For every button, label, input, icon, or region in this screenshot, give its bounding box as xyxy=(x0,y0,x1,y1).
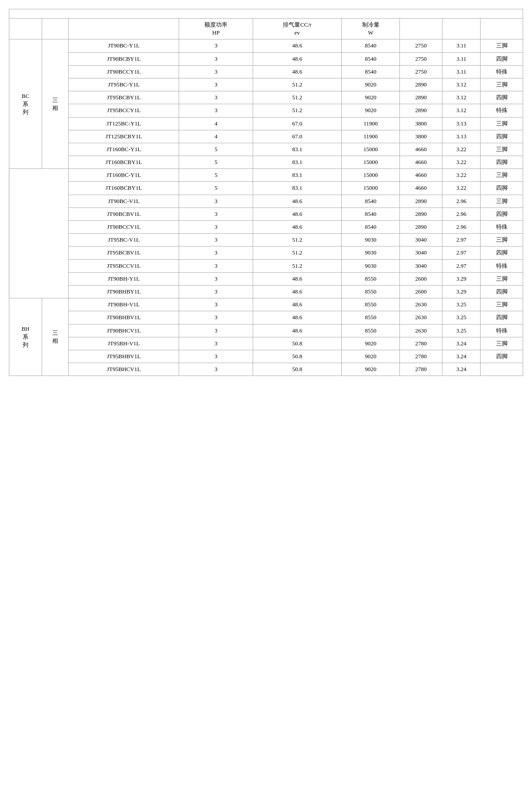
cell-hp: 3 xyxy=(179,52,253,65)
cell-model: JT95BC-V1L xyxy=(68,234,179,246)
cell-foot: 三脚 xyxy=(481,195,523,207)
cell-cooling: 8550 xyxy=(342,311,400,324)
cell-cooling: 9030 xyxy=(342,259,400,272)
cell-foot: 四脚 xyxy=(481,91,523,104)
cell-foot: 三脚 xyxy=(481,272,523,285)
empty-series xyxy=(9,259,69,272)
cell-cooling: 15000 xyxy=(342,156,400,169)
cell-cop: 3.22 xyxy=(442,156,481,169)
cell-cop: 3.24 xyxy=(442,337,481,350)
header-cooling: 制冷量W xyxy=(342,19,400,39)
cell-foot: 四脚 xyxy=(481,52,523,65)
table-row: JT90BCCV1L348.6854028902.96特殊 xyxy=(9,221,523,234)
cell-cop: 3.22 xyxy=(442,143,481,156)
cell-foot: 三脚 xyxy=(481,337,523,350)
cell-hp: 3 xyxy=(179,195,253,207)
cell-exhaust: 51.2 xyxy=(253,78,341,91)
cell-cooling: 8540 xyxy=(342,221,400,234)
cell-hp: 5 xyxy=(179,182,253,195)
table-row: JT90BHCV1L348.6855026303.25特殊 xyxy=(9,324,523,337)
cell-input: 2780 xyxy=(400,363,442,376)
cell-model: JT90BCCV1L xyxy=(68,221,179,234)
table-row: JT90BC-V1L348.6854028902.96三脚 xyxy=(9,195,523,207)
table-row: JT90BHBY1L348.6855026003.29四脚 xyxy=(9,285,523,298)
cell-model: JT160BCBY1L xyxy=(68,156,179,169)
cell-foot: 四脚 xyxy=(481,182,523,195)
cell-exhaust: 48.6 xyxy=(253,39,341,52)
bh-power-label: 三相 xyxy=(42,298,68,376)
cell-cooling: 11900 xyxy=(342,130,400,143)
table-row: JT160BCBY1L583.11500046603.22四脚 xyxy=(9,182,523,195)
cell-hp: 3 xyxy=(179,246,253,259)
table-row: JT95BCBY1L351.2902028903.12四脚 xyxy=(9,91,523,104)
cell-input: 2890 xyxy=(400,195,442,207)
cell-hp: 3 xyxy=(179,91,253,104)
table-title xyxy=(9,9,523,19)
bc-power-label: 三相 xyxy=(42,39,68,169)
cell-input: 2750 xyxy=(400,65,442,78)
cell-model: JT90BCCY1L xyxy=(68,65,179,78)
cell-foot: 三脚 xyxy=(481,143,523,156)
cell-cop: 3.12 xyxy=(442,104,481,117)
cell-exhaust: 50.8 xyxy=(253,337,341,350)
cell-exhaust: 51.2 xyxy=(253,259,341,272)
cell-cop: 3.29 xyxy=(442,285,481,298)
cell-input: 2780 xyxy=(400,337,442,350)
header-input-w xyxy=(400,19,442,39)
table-row: JT95BCCY1L351.2902028903.12特殊 xyxy=(9,104,523,117)
cell-cop: 2.96 xyxy=(442,207,481,220)
cell-model: JT90BHBY1L xyxy=(68,285,179,298)
table-row: BC系列三相JT90BC-Y1L348.6854027503.11三脚 xyxy=(9,39,523,52)
cell-model: JT160BCBY1L xyxy=(68,182,179,195)
cell-cop: 3.29 xyxy=(442,272,481,285)
cell-exhaust: 83.1 xyxy=(253,169,341,182)
header-foot xyxy=(481,19,523,39)
cell-cop: 2.97 xyxy=(442,234,481,246)
cell-model: JT90BCBV1L xyxy=(68,207,179,220)
bc-series-label: BC系列 xyxy=(9,39,42,169)
cell-exhaust: 83.1 xyxy=(253,143,341,156)
cell-input: 2890 xyxy=(400,207,442,220)
cell-foot: 三脚 xyxy=(481,298,523,311)
cell-exhaust: 51.2 xyxy=(253,246,341,259)
cell-model: JT90BC-Y1L xyxy=(68,39,179,52)
cell-hp: 3 xyxy=(179,311,253,324)
table-row: JT160BC-Y1L583.11500046603.22三脚 xyxy=(9,143,523,156)
cell-cop: 3.22 xyxy=(442,182,481,195)
cell-input: 3800 xyxy=(400,117,442,130)
cell-exhaust: 48.6 xyxy=(253,65,341,78)
cell-foot: 四脚 xyxy=(481,246,523,259)
cell-hp: 5 xyxy=(179,156,253,169)
cell-hp: 3 xyxy=(179,298,253,311)
cell-model: JT95BHBV1L xyxy=(68,350,179,363)
cell-exhaust: 83.1 xyxy=(253,182,341,195)
table-row: JT95BHCV1L350.8902027803.24 xyxy=(9,363,523,376)
empty-series xyxy=(9,169,69,182)
cell-cooling: 9030 xyxy=(342,246,400,259)
cell-model: JT95BCCV1L xyxy=(68,259,179,272)
cell-foot: 四脚 xyxy=(481,350,523,363)
table-row: JT90BHBV1L348.6855026303.25四脚 xyxy=(9,311,523,324)
cell-cop: 3.25 xyxy=(442,324,481,337)
cell-input: 4660 xyxy=(400,143,442,156)
cell-hp: 3 xyxy=(179,337,253,350)
cell-foot: 四脚 xyxy=(481,130,523,143)
cell-cooling: 9020 xyxy=(342,91,400,104)
cell-exhaust: 48.6 xyxy=(253,195,341,207)
cell-cooling: 15000 xyxy=(342,169,400,182)
cell-hp: 3 xyxy=(179,259,253,272)
cell-cooling: 8540 xyxy=(342,39,400,52)
cell-exhaust: 48.6 xyxy=(253,311,341,324)
cell-exhaust: 83.1 xyxy=(253,156,341,169)
bh-series-label: BH系列 xyxy=(9,298,42,376)
cell-hp: 5 xyxy=(179,169,253,182)
cell-foot: 四脚 xyxy=(481,285,523,298)
cell-hp: 4 xyxy=(179,117,253,130)
cell-cooling: 15000 xyxy=(342,143,400,156)
cell-cooling: 9020 xyxy=(342,104,400,117)
cell-cop: 3.11 xyxy=(442,39,481,52)
cell-cooling: 8550 xyxy=(342,285,400,298)
cell-hp: 3 xyxy=(179,65,253,78)
cell-cooling: 9020 xyxy=(342,78,400,91)
cell-model: JT160BC-Y1L xyxy=(68,143,179,156)
